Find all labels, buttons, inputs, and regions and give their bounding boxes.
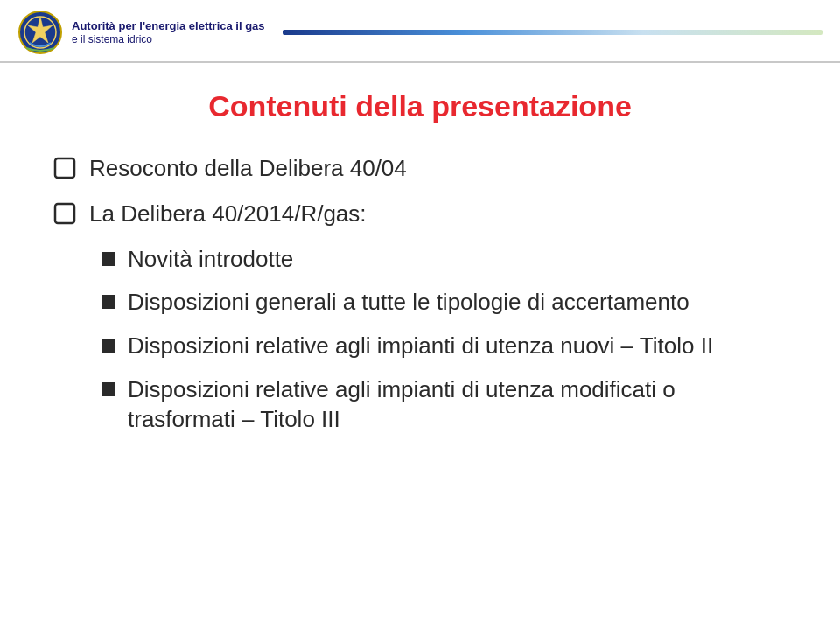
sub-text-3: Disposizioni relative agli impianti di u… [128,332,713,361]
header: Autorità per l'energia elettrica il gas … [0,0,840,63]
logo-emblem [18,10,63,55]
bullet-item-1: Resoconto della Delibera 40/04 [52,154,788,184]
logo-area: Autorità per l'energia elettrica il gas … [18,10,265,55]
svg-rect-3 [55,158,74,178]
square-bullet-1 [102,252,116,266]
sub-item-1: Novità introdotte [102,245,788,275]
sub-item-4: Disposizioni relative agli impianti di u… [102,375,788,435]
logo-text: Autorità per l'energia elettrica il gas … [72,19,265,46]
sub-text-2: Disposizioni generali a tutte le tipolog… [128,288,690,318]
logo-line2: e il sistema idrico [72,33,265,46]
slide-content: Contenuti della presentazione Resoconto … [0,63,840,612]
footer [0,612,840,630]
bullet-text-2: La Delibera 40/2014/R/gas: [89,200,367,229]
svg-rect-4 [55,204,74,223]
sub-items: Novità introdotte Disposizioni generali … [102,245,788,449]
slide: Autorità per l'energia elettrica il gas … [0,0,840,630]
square-bullet-2 [102,295,116,309]
sub-item-2: Disposizioni generali a tutte le tipolog… [102,288,788,318]
logo-line1: Autorità per l'energia elettrica il gas [72,19,265,33]
bullet-text-1: Resoconto della Delibera 40/04 [89,154,407,184]
sub-item-3: Disposizioni relative agli impianti di u… [102,332,788,361]
square-bullet-3 [102,339,116,353]
header-stripe [283,30,822,35]
sub-text-1: Novità introdotte [128,245,293,275]
checkbox-icon-2 [52,201,77,226]
slide-title: Contenuti della presentazione [52,89,788,123]
sub-text-4: Disposizioni relative agli impianti di u… [128,375,788,435]
bullet-item-2: La Delibera 40/2014/R/gas: [52,200,788,229]
checkbox-icon-1 [52,156,77,180]
square-bullet-4 [102,382,116,396]
